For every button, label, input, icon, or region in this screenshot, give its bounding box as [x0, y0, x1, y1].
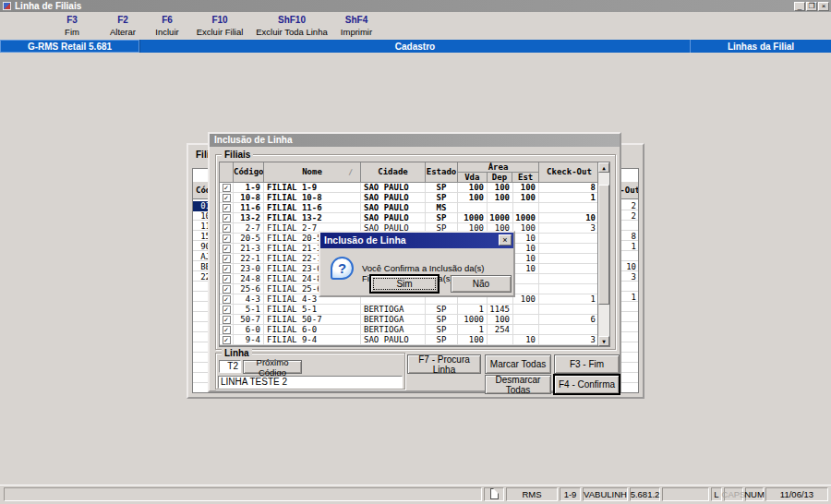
- row-checkbox[interactable]: ✓: [220, 223, 234, 233]
- table-row[interactable]: ✓ 9-4 FILIAL 9-4 SAO PAULO SP 100 10 3: [220, 335, 599, 345]
- line-name-input[interactable]: LINHA TESTE 2: [218, 376, 403, 389]
- statusbar: RMS 1-9 VABULINH 5.681.2 L CAPS NUM 11/0…: [0, 485, 831, 502]
- table-row[interactable]: ✓ 10-8 FILIAL 10-8 SAO PAULO SP 100 100 …: [220, 193, 599, 203]
- checkbox-checked-icon: ✓: [223, 194, 231, 202]
- toolbar-item-imprimir[interactable]: ShF4 Imprimir: [332, 12, 380, 40]
- header-nome[interactable]: Nome∕: [264, 162, 361, 183]
- status-version: 5.681.2: [630, 487, 660, 501]
- row-checkbox[interactable]: ✓: [220, 183, 234, 192]
- confirma-button[interactable]: F4 - Confirma: [554, 375, 620, 394]
- checkbox-checked-icon: ✓: [223, 275, 231, 283]
- header-area: Área: [458, 162, 538, 173]
- maximize-button[interactable]: ❐: [806, 2, 817, 11]
- row-checkbox[interactable]: ✓: [220, 315, 234, 324]
- toolbar-item-fim[interactable]: F3 Fim: [44, 12, 100, 40]
- checkbox-checked-icon: ✓: [223, 245, 231, 253]
- close-button[interactable]: ×: [818, 2, 829, 11]
- table-row[interactable]: ✓ 6-0 FILIAL 6-0 BERTIOGA SP 1 254: [220, 325, 599, 335]
- row-checkbox[interactable]: ✓: [220, 193, 234, 202]
- row-checkbox[interactable]: ✓: [220, 284, 234, 294]
- header-area-group: Área Vda Dep Est: [458, 162, 539, 183]
- header-codigo[interactable]: Código: [234, 162, 264, 183]
- app-icon: [3, 2, 11, 10]
- function-key-toolbar: F3 Fim F2 Alterar F6 Incluir F10 Excluir…: [0, 12, 831, 40]
- application-window: { "window": { "title": "Linha de Filiais…: [0, 0, 831, 504]
- screen-name: Linhas da Filial: [691, 40, 831, 53]
- checkbox-checked-icon: ✓: [223, 316, 231, 324]
- checkbox-checked-icon: ✓: [223, 285, 231, 294]
- status-system: RMS: [506, 487, 558, 501]
- header-bar: G-RMS Retail 5.681 Cadastro Linhas da Fi…: [0, 40, 831, 53]
- row-checkbox[interactable]: ✓: [220, 305, 234, 314]
- scroll-up-icon[interactable]: ▲: [598, 162, 609, 173]
- scrollbar-thumb[interactable]: [598, 185, 609, 305]
- status-caps-indicator: CAPS: [724, 487, 743, 501]
- row-checkbox[interactable]: ✓: [220, 264, 234, 273]
- status-empty-panel: [662, 487, 709, 501]
- minimize-button[interactable]: _: [794, 2, 805, 11]
- fim-button[interactable]: F3 - Fim: [554, 354, 620, 374]
- header-vda[interactable]: Vda: [458, 173, 488, 182]
- toolbar-item-excluir-toda-linha[interactable]: ShF10 Excluir Toda Linha: [251, 12, 332, 40]
- document-icon: [490, 488, 499, 499]
- scroll-down-icon[interactable]: ▼: [598, 336, 609, 346]
- sort-ascending-icon: ∕: [348, 162, 353, 182]
- table-row[interactable]: ✓ 11-6 FILIAL 11-6 SAO PAULO MS: [220, 203, 599, 213]
- row-checkbox[interactable]: ✓: [220, 335, 234, 344]
- checkbox-checked-icon: ✓: [223, 214, 231, 222]
- checkbox-checked-icon: ✓: [223, 234, 231, 243]
- confirmation-msgbox: Inclusão de Linha × ? Você Confirma a In…: [319, 231, 515, 297]
- status-num-indicator: NUM: [745, 487, 764, 501]
- nao-button[interactable]: Não: [451, 275, 512, 293]
- msgbox-close-icon[interactable]: ×: [499, 234, 512, 246]
- status-program: VABULINH: [583, 487, 628, 501]
- table-row[interactable]: ✓ 5-1 FILIAL 5-1 BERTIOGA SP 1 1145: [220, 305, 599, 315]
- table-position-bar: [220, 345, 599, 347]
- checkbox-checked-icon: ✓: [223, 265, 231, 273]
- header-dep[interactable]: Dep: [488, 173, 513, 182]
- status-document-panel: [484, 487, 504, 501]
- row-checkbox[interactable]: ✓: [220, 254, 234, 263]
- checkbox-checked-icon: ✓: [223, 224, 231, 233]
- linha-groupbox: Linha T2 Próximo Código LINHA TESTE 2: [215, 353, 405, 390]
- main-titlebar: Linha de Filiais _ ❐ ×: [0, 0, 831, 12]
- row-checkbox[interactable]: ✓: [220, 274, 234, 283]
- header-estado[interactable]: Estado: [426, 162, 458, 183]
- header-est[interactable]: Est: [512, 173, 538, 182]
- header-checkout[interactable]: Ckeck-Out: [539, 162, 599, 183]
- dialog-titlebar: Inclusão de Linha: [210, 134, 620, 147]
- row-checkbox[interactable]: ✓: [220, 203, 234, 212]
- table-row[interactable]: ✓ 13-2 FILIAL 13-2 SAO PAULO SP 1000 100…: [220, 213, 599, 223]
- status-l-indicator: L: [711, 487, 722, 501]
- header-cidade[interactable]: Cidade: [361, 162, 426, 183]
- header-checkbox-col: [220, 162, 234, 183]
- sim-button[interactable]: Sim: [370, 275, 439, 293]
- question-icon: ?: [331, 257, 354, 280]
- msgbox-titlebar: Inclusão de Linha: [320, 233, 513, 248]
- checkbox-checked-icon: ✓: [223, 255, 231, 263]
- status-date: 11/06/13: [765, 487, 828, 501]
- toolbar-item-incluir[interactable]: F6 Incluir: [146, 12, 188, 40]
- procura-linha-button[interactable]: F7 - Procura Linha: [407, 354, 481, 374]
- row-checkbox[interactable]: ✓: [220, 213, 234, 222]
- status-branch: 1-9: [560, 487, 581, 501]
- toolbar-item-excluir-filial[interactable]: F10 Excluir Filial: [188, 12, 251, 40]
- marcar-todas-button[interactable]: Marcar Todas: [485, 354, 551, 374]
- proximo-codigo-button[interactable]: Próximo Código: [243, 360, 302, 374]
- line-code-field[interactable]: T2: [219, 360, 241, 373]
- table-row[interactable]: ✓ 50-7 FILIAL 50-7 BERTIOGA SP 1000 100 …: [220, 315, 599, 325]
- row-checkbox[interactable]: ✓: [220, 294, 234, 304]
- row-checkbox[interactable]: ✓: [220, 234, 234, 243]
- checkbox-checked-icon: ✓: [223, 326, 231, 334]
- checkbox-checked-icon: ✓: [223, 306, 231, 314]
- checkbox-checked-icon: ✓: [223, 336, 231, 344]
- filiais-group-label: Filiais: [222, 150, 253, 160]
- row-checkbox[interactable]: ✓: [220, 244, 234, 253]
- module-name: Cadastro: [139, 40, 691, 53]
- table-row[interactable]: ✓ 1-9 FILIAL 1-9 SAO PAULO SP 100 100 10…: [220, 183, 599, 193]
- table-vertical-scrollbar[interactable]: ▲ ▼: [597, 162, 609, 346]
- toolbar-item-alterar[interactable]: F2 Alterar: [100, 12, 146, 40]
- row-checkbox[interactable]: ✓: [220, 325, 234, 334]
- desmarcar-todas-button[interactable]: Desmarcar Todas: [485, 375, 551, 394]
- checkbox-checked-icon: ✓: [223, 204, 231, 212]
